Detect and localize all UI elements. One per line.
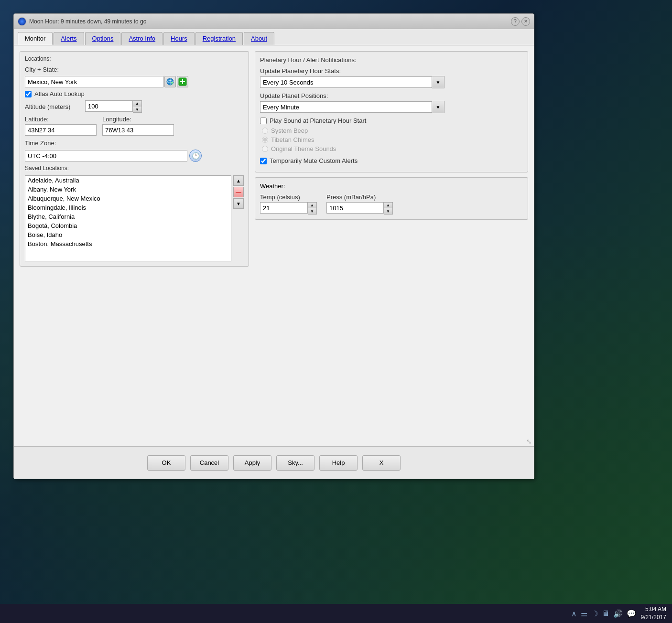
clock-button[interactable]: 🕐 <box>189 150 202 162</box>
atlas-checkbox[interactable] <box>25 91 32 97</box>
close-button[interactable]: ✕ <box>521 17 530 26</box>
press-spinner: ▲ ▼ <box>326 202 393 215</box>
ok-button[interactable]: OK <box>147 455 185 471</box>
city-label: City + State: <box>25 66 82 73</box>
press-down-button[interactable]: ▼ <box>384 208 392 214</box>
globe-check-button[interactable] <box>164 76 176 87</box>
press-input[interactable] <box>326 202 384 214</box>
taskbar-monitor-icon: 🖥 <box>602 609 609 618</box>
system-beep-radio[interactable] <box>262 128 268 134</box>
tab-about[interactable]: About <box>244 32 274 45</box>
taskbar-up-icon: ∧ <box>571 609 577 618</box>
right-panel: Planetary Hour / Alert Notifications: Up… <box>255 51 528 457</box>
original-sounds-row: Original Theme Sounds <box>262 145 523 152</box>
altitude-up-button[interactable]: ▲ <box>133 101 141 107</box>
original-sounds-radio[interactable] <box>262 146 268 152</box>
update-stats-input[interactable] <box>260 76 432 88</box>
tab-astro-info[interactable]: Astro Info <box>121 32 163 45</box>
saved-locations-title: Saved Locations: <box>25 165 244 172</box>
list-item[interactable]: Blythe, California <box>25 212 231 221</box>
altitude-input[interactable] <box>85 100 133 112</box>
temp-up-button[interactable]: ▲ <box>308 203 316 208</box>
update-stats-dropdown-arrow[interactable]: ▼ <box>432 76 444 88</box>
tab-hours[interactable]: Hours <box>163 32 195 45</box>
list-item[interactable]: Bloomingdale, Illinois <box>25 203 231 212</box>
mute-checkbox[interactable] <box>260 158 267 164</box>
saved-locations-list[interactable]: Adelaide, Australia Albany, New York Alb… <box>25 175 231 261</box>
cancel-button[interactable]: Cancel <box>190 455 228 471</box>
sound-section: Play Sound at Planetary Hour Start Syste… <box>260 117 523 152</box>
press-spinner-btns: ▲ ▼ <box>384 202 393 215</box>
play-sound-label: Play Sound at Planetary Hour Start <box>270 117 366 124</box>
atlas-row: Atlas Auto Lookup <box>25 90 244 97</box>
longitude-label: Longitude: <box>102 116 174 123</box>
altitude-label: Altitude (meters) <box>25 103 82 110</box>
list-item[interactable]: Bogotá, Colombia <box>25 221 231 230</box>
timezone-label: Time Zone: <box>25 140 82 147</box>
update-stats-dropdown-group: ▼ <box>260 76 523 88</box>
update-stats-row: Update Planetary Hour Stats: ▼ <box>260 67 523 88</box>
pressure-field: Press (mBar/hPa) ▲ ▼ <box>326 193 393 215</box>
tibetan-chimes-radio[interactable] <box>262 137 268 143</box>
taskbar-icons: ∧ ⚌ ☽ 🖥 🔊 💬 <box>571 609 636 618</box>
list-item[interactable]: Boston, Massachusetts <box>25 239 231 248</box>
press-up-button[interactable]: ▲ <box>384 203 392 208</box>
coords-row: Latitude: Longitude: <box>25 116 244 136</box>
altitude-spinner-btns: ▲ ▼ <box>133 100 142 113</box>
latitude-label: Latitude: <box>25 116 97 123</box>
list-item[interactable]: Albany, New York <box>25 185 231 194</box>
taskbar-speaker-icon: 🔊 <box>613 609 623 618</box>
taskbar-bars-icon: ⚌ <box>581 609 587 618</box>
altitude-spinner: ▲ ▼ <box>85 100 142 113</box>
temperature-field: Temp (celsius) ▲ ▼ <box>260 193 317 215</box>
update-positions-dropdown-group: ▼ <box>260 101 523 113</box>
tab-options[interactable]: Options <box>85 32 121 45</box>
temp-down-button[interactable]: ▼ <box>308 208 316 214</box>
taskbar-datetime: 5:04 AM 9/21/2017 <box>641 605 666 622</box>
altitude-down-button[interactable]: ▼ <box>133 107 141 112</box>
update-positions-input[interactable] <box>260 101 432 113</box>
app-icon <box>18 17 26 26</box>
saved-locations-section: Saved Locations: Adelaide, Australia Alb… <box>25 165 244 261</box>
list-delete-button[interactable]: — <box>233 187 244 197</box>
update-positions-dropdown-arrow[interactable]: ▼ <box>432 101 444 113</box>
tab-registration[interactable]: Registration <box>195 32 243 45</box>
list-scroll-up-button[interactable]: ▲ <box>233 175 244 186</box>
add-location-button[interactable] <box>177 76 188 87</box>
press-label: Press (mBar/hPa) <box>326 193 393 201</box>
apply-button[interactable]: Apply <box>233 455 271 471</box>
temp-spinner-btns: ▲ ▼ <box>308 202 317 215</box>
tab-bar: Monitor Alerts Options Astro Info Hours … <box>14 29 534 45</box>
list-item[interactable]: Boise, Idaho <box>25 230 231 239</box>
temp-input[interactable] <box>260 202 308 214</box>
list-item[interactable]: Adelaide, Australia <box>25 176 231 185</box>
weather-section: Weather: Temp (celsius) ▲ ▼ Pre <box>255 177 528 220</box>
tab-monitor[interactable]: Monitor <box>18 32 53 45</box>
taskbar: ∧ ⚌ ☽ 🖥 🔊 💬 5:04 AM 9/21/2017 <box>0 604 672 623</box>
timezone-input[interactable] <box>25 150 187 161</box>
taskbar-date-display: 9/21/2017 <box>641 613 666 622</box>
help-bottom-button[interactable]: Help <box>319 455 358 471</box>
help-button[interactable]: ? <box>511 17 520 26</box>
latitude-input[interactable] <box>25 124 97 136</box>
planetary-hour-title: Planetary Hour / Alert Notifications: <box>260 56 523 64</box>
longitude-input[interactable] <box>102 124 174 136</box>
list-scroll-down-button[interactable]: ▼ <box>233 198 244 209</box>
mute-label: Temporarily Mute Custom Alerts <box>270 157 358 164</box>
list-item[interactable]: Albuquerque, New Mexico <box>25 194 231 203</box>
city-input-row <box>25 76 244 87</box>
resize-handle[interactable]: ⤡ <box>526 438 532 445</box>
tab-alerts[interactable]: Alerts <box>54 32 84 45</box>
x-button[interactable]: X <box>362 455 401 471</box>
weather-row: Temp (celsius) ▲ ▼ Press (mBar/hPa) <box>260 193 523 215</box>
sky-button[interactable]: Sky... <box>276 455 314 471</box>
city-input-group <box>25 76 188 87</box>
titlebar: Moon Hour: 9 minutes down, 49 minutes to… <box>14 14 534 29</box>
city-input[interactable] <box>25 76 163 87</box>
tibetan-chimes-label: Tibetan Chimes <box>271 136 314 143</box>
list-side-buttons: ▲ — ▼ <box>233 175 244 209</box>
update-positions-label: Update Planet Positions: <box>260 92 523 99</box>
play-sound-checkbox[interactable] <box>260 118 267 124</box>
weather-title: Weather: <box>260 183 523 190</box>
atlas-label: Atlas Auto Lookup <box>34 90 85 97</box>
